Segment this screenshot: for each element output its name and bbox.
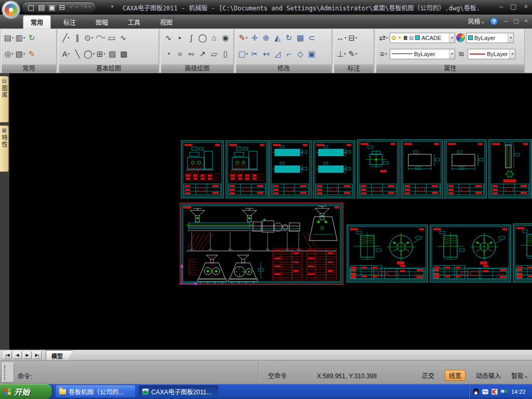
join-button[interactable]: ▣ [307, 47, 317, 61]
linetype-select[interactable]: ByLayer▾ [390, 49, 455, 59]
task-caxa-window[interactable]: CCAXA电子图板2011... [139, 385, 218, 397]
ellipse-button[interactable]: ◯▾ [84, 47, 95, 61]
lineweight-toggle[interactable]: 线宽 [445, 370, 466, 381]
save-file-button[interactable]: ▣ [48, 2, 55, 12]
minimize-button[interactable]: – [499, 3, 503, 10]
contour-button[interactable]: ▱ [209, 47, 219, 61]
sidebar-tab-properties[interactable]: ▦ 特性 [0, 125, 9, 172]
undo-button[interactable]: ↶▾ [69, 2, 77, 12]
doc-restore-button[interactable]: ▢ [513, 18, 518, 24]
command-bar-handle[interactable] [2, 363, 14, 382]
rotate-button[interactable]: ↻ [284, 31, 294, 45]
tab-frame[interactable]: 图幅 [88, 16, 115, 29]
cad-drawing[interactable] [9, 73, 532, 350]
lineweight-select[interactable]: ByLayer▾ [468, 49, 515, 59]
spline-button[interactable]: ∿ [118, 31, 128, 45]
smart-snap-toggle[interactable]: 智能▾ [511, 371, 527, 380]
coord-dimension-button[interactable]: ⊥▾ [336, 47, 347, 61]
kaspersky-icon[interactable] [491, 388, 498, 395]
double-line-button[interactable]: ∾ [186, 47, 196, 61]
chamfer-button[interactable]: ◿ [272, 47, 283, 61]
style-dropdown[interactable]: 风格▾ [468, 17, 484, 25]
first-sheet-button[interactable]: |◀ [3, 351, 12, 359]
ellipse-adv-button[interactable]: ◯ [197, 31, 208, 45]
view-doc-button[interactable]: ▧▾ [15, 47, 25, 61]
command-prompt[interactable]: 命令: [18, 371, 32, 380]
dimension-edit-button[interactable]: ✎▾ [348, 47, 358, 61]
ole-refresh-button[interactable]: ↻ [26, 31, 37, 45]
tab-view[interactable]: 视图 [153, 16, 180, 29]
cylinder-button[interactable]: ▯ [220, 47, 231, 61]
multiline-style-button[interactable]: ≋ [456, 47, 467, 61]
arc-button[interactable]: ◠▾ [95, 31, 105, 45]
zoom-button[interactable]: ◎▾ [4, 47, 14, 61]
start-button[interactable]: 开始 [0, 384, 52, 399]
next-sheet-button[interactable]: ▶ [23, 351, 32, 359]
array-button[interactable]: ▦ [295, 31, 305, 45]
tolerance-button[interactable]: ⊟▾ [348, 31, 358, 45]
ribbon-group-属性: ⇄▾☀▤ACADE▾ByLayer▾≡▾ByLayer▾≋ByLayer▾属性 [376, 29, 525, 73]
drawing-canvas[interactable] [9, 73, 532, 350]
qq-icon[interactable] [472, 388, 480, 395]
prev-sheet-button[interactable]: ◀ [13, 351, 22, 359]
tab-tools[interactable]: 工具 [121, 16, 148, 29]
text-button[interactable]: A▾ [61, 47, 71, 61]
parallel-line-button[interactable]: ∥ [72, 31, 83, 45]
network-icon[interactable] [500, 388, 508, 395]
tab-common[interactable]: 常用 [23, 15, 51, 29]
app-logo-icon[interactable] [2, 1, 20, 19]
point-button[interactable]: • [175, 31, 185, 45]
formula-curve-button[interactable]: ∫ [186, 31, 196, 45]
rectangle-button[interactable]: ▭ [107, 31, 117, 45]
trim-button[interactable]: ✂ [249, 47, 260, 61]
explode-button[interactable]: ◇ [295, 47, 305, 61]
toolbar-customize-arrow[interactable]: ▾ [111, 4, 113, 9]
ortho-toggle[interactable]: 正交 [422, 371, 434, 380]
fillet-button[interactable]: ⌐ [284, 47, 294, 61]
dimension-button[interactable]: ↔▾ [336, 31, 347, 45]
pie-button[interactable]: ◔ [163, 47, 174, 61]
block-button[interactable]: ⊞▾ [96, 47, 106, 61]
close-button[interactable]: × [524, 3, 528, 10]
doc-minimize-button[interactable]: – [504, 18, 508, 24]
doc-close-button[interactable]: × [525, 18, 528, 24]
polyline-button[interactable]: ∿ [163, 31, 174, 45]
copy-object-button[interactable]: ⊕ [261, 31, 271, 45]
sidebar-tab-library[interactable]: ▤ 图库 [0, 76, 9, 123]
format-painter-button[interactable]: ✎ [26, 47, 37, 61]
open-file-button[interactable]: ▤ [38, 2, 45, 12]
redo-button[interactable]: ↷▾ [82, 2, 90, 12]
model-sheet-tab[interactable]: 模型 [46, 350, 73, 360]
arrow-button[interactable]: ↗ [197, 47, 208, 61]
region-button[interactable]: ▩ [118, 47, 129, 61]
copy-button[interactable]: ▥▾ [15, 31, 25, 45]
lineweight-tools-button[interactable]: ≡▾ [378, 47, 389, 61]
layer-select[interactable]: ☀▤ACADE▾ [390, 33, 455, 43]
help-icon[interactable]: ? [490, 17, 498, 25]
extend-button[interactable]: ↤ [261, 47, 271, 61]
restore-button[interactable]: ▢ [510, 3, 516, 10]
center-circle-button[interactable]: ◉ [220, 31, 231, 45]
color-select[interactable]: ByLayer▾ [466, 33, 514, 43]
paste-button[interactable]: ▤▾ [4, 31, 14, 45]
messenger-icon[interactable] [482, 388, 489, 395]
mirror-button[interactable]: ◭ [272, 31, 283, 45]
hatch-button[interactable]: ▨ [107, 47, 117, 61]
offset-button[interactable]: ⊂ [307, 31, 317, 45]
line-button[interactable]: ╱▾ [61, 31, 71, 45]
new-file-button[interactable]: ▢ [28, 2, 34, 12]
dynamic-input-toggle[interactable]: 动态输入 [476, 371, 501, 380]
hatch-line-button[interactable]: ╲ [72, 47, 83, 61]
layer-tools-button[interactable]: ⇄▾ [378, 31, 389, 45]
task-folder-window[interactable]: 卷板机图（公司的... [56, 385, 135, 397]
erase-button[interactable]: ✎▾ [238, 31, 248, 45]
move-button[interactable]: ✛ [249, 31, 260, 45]
print-button[interactable]: ⊟ [59, 2, 65, 12]
wave-line-button[interactable]: ≈ [175, 47, 185, 61]
polygon-button[interactable]: ⌂ [209, 31, 219, 45]
color-wheel-icon[interactable] [456, 33, 465, 42]
stretch-button[interactable]: ▢▾ [238, 47, 248, 61]
circle-button[interactable]: ⊙▾ [84, 31, 94, 45]
tab-dimension[interactable]: 标注 [56, 16, 83, 29]
last-sheet-button[interactable]: ▶| [33, 351, 42, 359]
